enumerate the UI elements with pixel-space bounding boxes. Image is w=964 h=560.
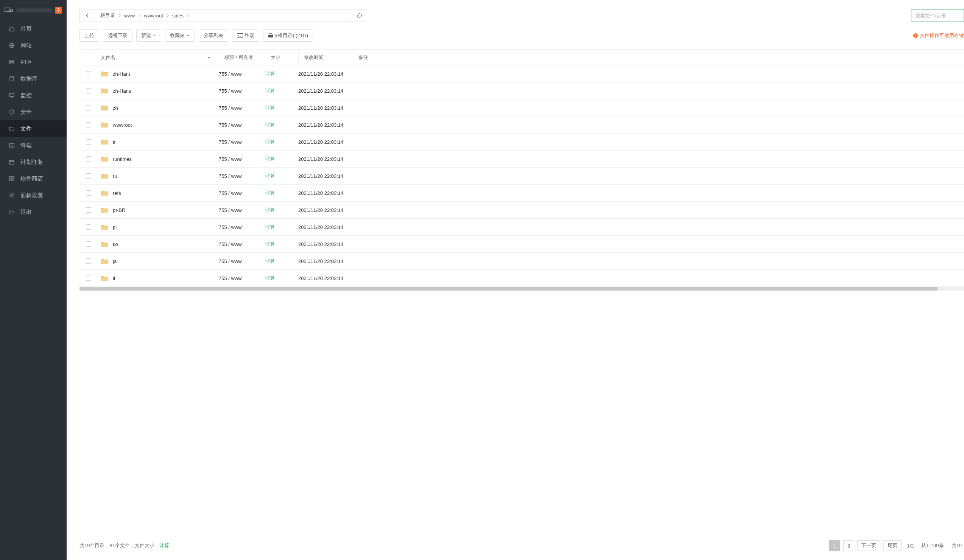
size-calc[interactable]: 计算 bbox=[265, 207, 275, 213]
breadcrumb-seg[interactable]: www bbox=[121, 13, 138, 18]
sidebar-item-apps[interactable]: 软件商店 bbox=[0, 170, 67, 187]
file-name[interactable]: zh bbox=[113, 105, 118, 111]
file-name[interactable]: runtimes bbox=[113, 156, 132, 162]
file-time: 2021/11/20 22:03:14 bbox=[298, 190, 353, 196]
terminal-button[interactable]: 终端 bbox=[232, 29, 259, 42]
disk-label: /(根目录) (21G) bbox=[275, 32, 308, 39]
new-button[interactable]: 新建 bbox=[136, 29, 161, 42]
favorites-button[interactable]: 收藏夹 bbox=[165, 29, 195, 42]
sidebar-item-folder[interactable]: 文件 bbox=[0, 120, 67, 137]
table-row[interactable]: wwwroot 755 / www 计算 2021/11/20 22:03:14 bbox=[80, 117, 964, 133]
sidebar-item-globe[interactable]: 网站 bbox=[0, 37, 67, 54]
table-row[interactable]: ko 755 / www 计算 2021/11/20 22:03:14 bbox=[80, 236, 964, 253]
horizontal-scrollbar[interactable] bbox=[80, 287, 964, 291]
breadcrumb-seg[interactable]: 根目录 bbox=[97, 12, 118, 19]
select-all-checkbox[interactable] bbox=[86, 55, 91, 60]
table-row[interactable]: pl 755 / www 计算 2021/11/20 22:03:14 bbox=[80, 219, 964, 236]
back-button[interactable] bbox=[80, 10, 95, 21]
sidebar-item-db[interactable]: 数据库 bbox=[0, 70, 67, 87]
notification-badge[interactable]: 0 bbox=[55, 7, 62, 14]
refresh-button[interactable] bbox=[352, 10, 367, 21]
size-calc[interactable]: 计算 bbox=[265, 71, 275, 77]
sidebar-item-ftp[interactable]: FTP bbox=[0, 54, 67, 70]
row-checkbox[interactable] bbox=[86, 259, 91, 264]
breadcrumb-seg[interactable]: sales bbox=[169, 13, 187, 18]
file-name[interactable]: refs bbox=[113, 190, 121, 196]
row-checkbox[interactable] bbox=[86, 105, 91, 111]
share-list-button[interactable]: 分享列表 bbox=[199, 29, 228, 42]
file-name[interactable]: pl bbox=[113, 225, 117, 230]
size-calc[interactable]: 计算 bbox=[265, 173, 275, 179]
table-row[interactable]: runtimes 755 / www 计算 2021/11/20 22:03:1… bbox=[80, 151, 964, 168]
table-row[interactable]: ru 755 / www 计算 2021/11/20 22:03:14 bbox=[80, 168, 964, 185]
row-checkbox[interactable] bbox=[86, 173, 91, 179]
sidebar-item-home[interactable]: 首页 bbox=[0, 20, 67, 37]
size-calc[interactable]: 计算 bbox=[265, 105, 275, 111]
row-checkbox[interactable] bbox=[86, 241, 91, 247]
next-page[interactable]: 下一页 bbox=[857, 540, 880, 551]
shield-icon bbox=[8, 109, 15, 115]
row-checkbox[interactable] bbox=[86, 190, 91, 195]
size-calc[interactable]: 计算 bbox=[265, 275, 275, 281]
sidebar-item-gear[interactable]: 面板设置 bbox=[0, 187, 67, 203]
search-box[interactable] bbox=[911, 9, 964, 22]
sidebar-item-label: 数据库 bbox=[20, 75, 37, 83]
row-checkbox[interactable] bbox=[86, 71, 91, 77]
col-note-header[interactable]: 备注 bbox=[353, 50, 964, 65]
svg-rect-11 bbox=[10, 179, 11, 181]
page-1[interactable]: 1 bbox=[829, 540, 840, 551]
table-row[interactable]: it 755 / www 计算 2021/11/20 22:03:14 bbox=[80, 270, 964, 287]
file-name[interactable]: zh-Hant bbox=[113, 71, 130, 77]
page-2[interactable]: 2 bbox=[843, 540, 854, 551]
size-calc[interactable]: 计算 bbox=[265, 190, 275, 195]
row-checkbox[interactable] bbox=[86, 156, 91, 161]
table-row[interactable]: zh-Hans 755 / www 计算 2021/11/20 22:03:14 bbox=[80, 83, 964, 99]
last-page[interactable]: 尾页 bbox=[883, 540, 902, 551]
breadcrumb-seg[interactable]: wwwroot bbox=[141, 13, 166, 18]
remote-download-button[interactable]: 远程下载 bbox=[103, 29, 132, 42]
row-checkbox[interactable] bbox=[86, 207, 91, 213]
footer-calc[interactable]: 计算 bbox=[160, 542, 169, 548]
size-calc[interactable]: 计算 bbox=[265, 258, 275, 264]
size-calc[interactable]: 计算 bbox=[265, 241, 275, 247]
file-name[interactable]: ko bbox=[113, 241, 118, 247]
sidebar-item-exit[interactable]: 退出 bbox=[0, 203, 67, 220]
row-checkbox[interactable] bbox=[86, 139, 91, 145]
row-checkbox[interactable] bbox=[86, 225, 91, 230]
table-row[interactable]: pt-BR 755 / www 计算 2021/11/20 22:03:14 bbox=[80, 202, 964, 219]
size-calc[interactable]: 计算 bbox=[265, 224, 275, 230]
table-row[interactable]: refs 755 / www 计算 2021/11/20 22:03:14 bbox=[80, 185, 964, 202]
file-name[interactable]: wwwroot bbox=[113, 122, 132, 128]
file-name[interactable]: zh-Hans bbox=[113, 88, 131, 94]
table-row[interactable]: zh-Hant 755 / www 计算 2021/11/20 22:03:14 bbox=[80, 65, 964, 83]
file-name[interactable]: tr bbox=[113, 139, 116, 145]
sidebar-item-terminal[interactable]: 终端 bbox=[0, 137, 67, 154]
row-checkbox[interactable] bbox=[86, 122, 91, 127]
file-name[interactable]: ru bbox=[113, 173, 117, 179]
file-perm: 755 / www bbox=[219, 190, 265, 196]
search-input[interactable] bbox=[915, 13, 960, 18]
file-name[interactable]: pt-BR bbox=[113, 207, 125, 213]
row-checkbox[interactable] bbox=[86, 275, 91, 281]
row-checkbox[interactable] bbox=[86, 88, 91, 93]
col-size-header[interactable]: 大小 bbox=[265, 50, 298, 65]
size-calc[interactable]: 计算 bbox=[265, 88, 275, 93]
size-calc[interactable]: 计算 bbox=[265, 122, 275, 127]
upload-button[interactable]: 上传 bbox=[80, 29, 99, 42]
table-row[interactable]: zh 755 / www 计算 2021/11/20 22:03:14 bbox=[80, 99, 964, 117]
table-row[interactable]: tr 755 / www 计算 2021/11/20 22:03:14 bbox=[80, 133, 964, 151]
sidebar-item-cron[interactable]: 计划任务 bbox=[0, 154, 67, 170]
size-calc[interactable]: 计算 bbox=[265, 156, 275, 161]
sidebar-item-label: 计划任务 bbox=[20, 158, 43, 166]
col-time-header[interactable]: 修改时间 bbox=[298, 50, 353, 65]
scrollbar-thumb[interactable] bbox=[80, 287, 938, 291]
sidebar-item-monitor[interactable]: 监控 bbox=[0, 87, 67, 104]
file-name[interactable]: it bbox=[113, 275, 116, 281]
disk-button[interactable]: /(根目录) (21G) bbox=[263, 29, 313, 42]
file-name[interactable]: ja bbox=[113, 259, 117, 264]
table-row[interactable]: ja 755 / www 计算 2021/11/20 22:03:14 bbox=[80, 253, 964, 270]
size-calc[interactable]: 计算 bbox=[265, 139, 275, 145]
sidebar-item-shield[interactable]: 安全 bbox=[0, 104, 67, 120]
col-name-header[interactable]: 文件名 bbox=[98, 54, 219, 61]
col-perm-header[interactable]: 权限 / 所有者 bbox=[219, 50, 265, 65]
